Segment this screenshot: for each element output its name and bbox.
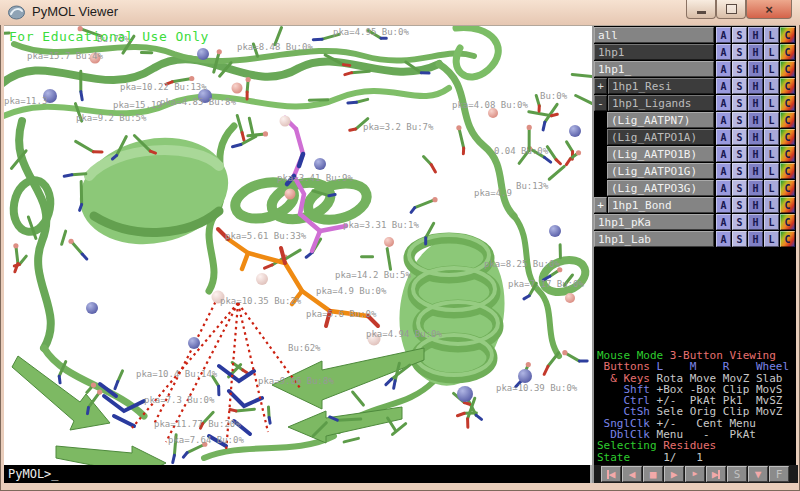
hide-menu-button[interactable]: H	[748, 112, 763, 128]
show-menu-button[interactable]: S	[732, 44, 747, 60]
state-menu-button[interactable]: ▼	[748, 466, 768, 482]
show-menu-button[interactable]: S	[732, 112, 747, 128]
label-menu-button[interactable]: L	[764, 61, 779, 77]
object-row-1hp1-[interactable]: 1hp1_ASHLC	[594, 61, 796, 77]
play-button[interactable]: ▶	[664, 466, 684, 482]
f-button-button[interactable]: F	[769, 466, 789, 482]
show-menu-button[interactable]: S	[732, 78, 747, 94]
label-menu-button[interactable]: L	[764, 44, 779, 60]
object-name[interactable]: 1hp1_	[594, 61, 714, 77]
hide-menu-button[interactable]: H	[748, 197, 763, 213]
title-bar[interactable]: PyMOL Viewer ×	[0, 0, 800, 25]
hide-menu-button[interactable]: H	[748, 61, 763, 77]
action-menu-button[interactable]: A	[716, 180, 731, 196]
object-row--lig-aatpo1a-[interactable]: (Lig_AATPO1A)ASHLC	[594, 129, 796, 145]
hide-menu-button[interactable]: H	[748, 214, 763, 230]
hide-menu-button[interactable]: H	[748, 129, 763, 145]
color-menu-button[interactable]: C	[780, 61, 795, 77]
color-menu-button[interactable]: C	[780, 95, 795, 111]
object-row-1hp1-lab[interactable]: 1hp1_LabASHLC	[594, 231, 796, 247]
label-menu-button[interactable]: L	[764, 163, 779, 179]
object-name[interactable]: 1hp1_Ligands	[608, 95, 714, 111]
minimize-button[interactable]	[686, 0, 716, 19]
color-menu-button[interactable]: C	[780, 163, 795, 179]
object-name[interactable]: 1hp1_Bond	[608, 197, 714, 213]
hide-menu-button[interactable]: H	[748, 78, 763, 94]
object-row--lig-aatpn7-[interactable]: (Lig_AATPN7)ASHLC	[594, 112, 796, 128]
object-name[interactable]: 1hp1_Resi	[608, 78, 714, 94]
label-menu-button[interactable]: L	[764, 180, 779, 196]
hide-menu-button[interactable]: H	[748, 95, 763, 111]
label-menu-button[interactable]: L	[764, 231, 779, 247]
hide-menu-button[interactable]: H	[748, 27, 763, 43]
hide-menu-button[interactable]: H	[748, 44, 763, 60]
color-menu-button[interactable]: C	[780, 214, 795, 230]
color-menu-button[interactable]: C	[780, 231, 795, 247]
action-menu-button[interactable]: A	[716, 214, 731, 230]
object-row-1hp1[interactable]: 1hp1ASHLC	[594, 44, 796, 60]
color-menu-button[interactable]: C	[780, 27, 795, 43]
action-menu-button[interactable]: A	[716, 231, 731, 247]
show-menu-button[interactable]: S	[732, 95, 747, 111]
stop-button[interactable]: ■	[643, 466, 663, 482]
action-menu-button[interactable]: A	[716, 78, 731, 94]
show-menu-button[interactable]: S	[732, 214, 747, 230]
show-menu-button[interactable]: S	[732, 180, 747, 196]
maximize-button[interactable]	[716, 0, 746, 19]
object-name[interactable]: (Lig_AATPO1A)	[607, 129, 714, 145]
molecule-viewport[interactable]: Bu:70%pka=8.48 Bu:0%pka=4.95 Bu:0%pka=15…	[4, 26, 592, 465]
jump-start-button[interactable]: ◀	[601, 466, 621, 482]
object-name[interactable]: (Lig_AATPO1B)	[607, 146, 714, 162]
command-bar[interactable]: PyMOL>_	[4, 465, 592, 483]
object-name[interactable]: 1hp1	[594, 44, 714, 60]
object-row-1hp1-pka[interactable]: 1hp1_pKaASHLC	[594, 214, 796, 230]
s-button-button[interactable]: S	[727, 466, 747, 482]
color-menu-button[interactable]: C	[780, 129, 795, 145]
show-menu-button[interactable]: S	[732, 163, 747, 179]
label-menu-button[interactable]: L	[764, 197, 779, 213]
object-name[interactable]: all	[594, 27, 714, 43]
step-forward-button[interactable]: ▶	[685, 466, 705, 482]
action-menu-button[interactable]: A	[716, 146, 731, 162]
object-row-1hp1-ligands[interactable]: -1hp1_LigandsASHLC	[594, 95, 796, 111]
expand-icon[interactable]: +	[594, 78, 607, 94]
object-row--lig-aatpo1b-[interactable]: (Lig_AATPO1B)ASHLC	[594, 146, 796, 162]
object-name[interactable]: 1hp1_pKa	[594, 214, 714, 230]
close-button[interactable]: ×	[746, 0, 792, 19]
object-row--lig-aatpo1g-[interactable]: (Lig_AATPO1G)ASHLC	[594, 163, 796, 179]
show-menu-button[interactable]: S	[732, 61, 747, 77]
expand-icon[interactable]: +	[594, 197, 607, 213]
jump-end-button[interactable]: ▶	[706, 466, 726, 482]
color-menu-button[interactable]: C	[780, 180, 795, 196]
object-name[interactable]: (Lig_AATPO3G)	[607, 180, 714, 196]
object-row-1hp1-resi[interactable]: +1hp1_ResiASHLC	[594, 78, 796, 94]
label-menu-button[interactable]: L	[764, 78, 779, 94]
label-menu-button[interactable]: L	[764, 129, 779, 145]
hide-menu-button[interactable]: H	[748, 146, 763, 162]
action-menu-button[interactable]: A	[716, 163, 731, 179]
show-menu-button[interactable]: S	[732, 129, 747, 145]
label-menu-button[interactable]: L	[764, 214, 779, 230]
action-menu-button[interactable]: A	[716, 95, 731, 111]
action-menu-button[interactable]: A	[716, 112, 731, 128]
hide-menu-button[interactable]: H	[748, 231, 763, 247]
object-name[interactable]: (Lig_AATPO1G)	[607, 163, 714, 179]
color-menu-button[interactable]: C	[780, 112, 795, 128]
label-menu-button[interactable]: L	[764, 27, 779, 43]
show-menu-button[interactable]: S	[732, 197, 747, 213]
command-prompt[interactable]: PyMOL>_	[8, 467, 59, 481]
action-menu-button[interactable]: A	[716, 197, 731, 213]
hide-menu-button[interactable]: H	[748, 163, 763, 179]
label-menu-button[interactable]: L	[764, 112, 779, 128]
hide-menu-button[interactable]: H	[748, 180, 763, 196]
object-row-all[interactable]: allASHLC	[594, 27, 796, 43]
show-menu-button[interactable]: S	[732, 27, 747, 43]
show-menu-button[interactable]: S	[732, 231, 747, 247]
step-back-button[interactable]: ◀	[622, 466, 642, 482]
object-row-1hp1-bond[interactable]: +1hp1_BondASHLC	[594, 197, 796, 213]
color-menu-button[interactable]: C	[780, 197, 795, 213]
object-name[interactable]: 1hp1_Lab	[594, 231, 714, 247]
label-menu-button[interactable]: L	[764, 95, 779, 111]
object-row--lig-aatpo3g-[interactable]: (Lig_AATPO3G)ASHLC	[594, 180, 796, 196]
object-name[interactable]: (Lig_AATPN7)	[607, 112, 714, 128]
